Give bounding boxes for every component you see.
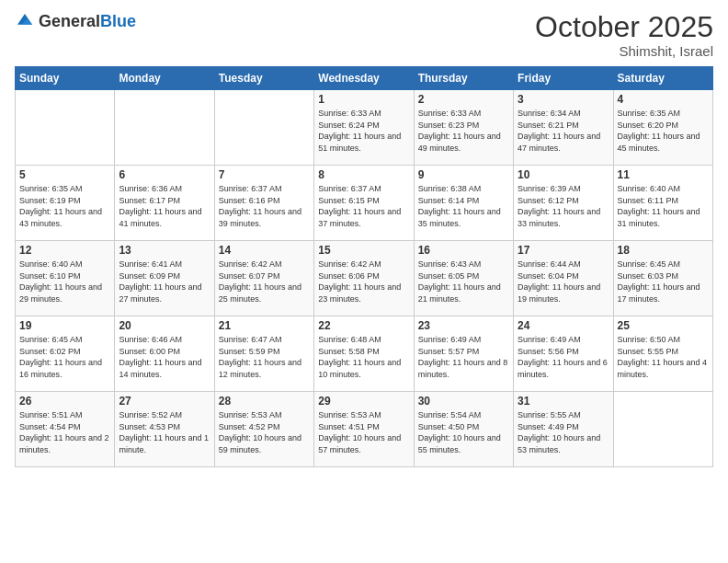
calendar-cell: 27Sunrise: 5:52 AM Sunset: 4:53 PM Dayli… (115, 392, 214, 467)
day-number: 22 (318, 319, 409, 332)
calendar-cell: 13Sunrise: 6:41 AM Sunset: 6:09 PM Dayli… (115, 241, 214, 316)
calendar-cell: 26Sunrise: 5:51 AM Sunset: 4:54 PM Dayli… (16, 392, 115, 467)
day-info: Sunrise: 6:43 AM Sunset: 6:05 PM Dayligh… (418, 259, 509, 304)
day-info: Sunrise: 6:37 AM Sunset: 6:15 PM Dayligh… (318, 183, 409, 229)
day-info: Sunrise: 6:45 AM Sunset: 6:03 PM Dayligh… (618, 259, 709, 304)
day-number: 24 (518, 319, 609, 332)
day-info: Sunrise: 6:47 AM Sunset: 5:59 PM Dayligh… (219, 334, 310, 380)
weekday-header-sunday: Sunday (16, 67, 115, 90)
day-info: Sunrise: 6:44 AM Sunset: 6:04 PM Dayligh… (518, 259, 609, 304)
weekday-header-tuesday: Tuesday (214, 67, 313, 90)
calendar-cell (115, 90, 214, 166)
day-number: 19 (19, 319, 110, 332)
calendar-cell: 28Sunrise: 5:53 AM Sunset: 4:52 PM Dayli… (214, 392, 313, 467)
weekday-header-monday: Monday (115, 67, 214, 90)
day-number: 30 (418, 395, 509, 408)
logo-icon (15, 11, 35, 31)
day-number: 26 (19, 395, 110, 408)
day-info: Sunrise: 5:51 AM Sunset: 4:54 PM Dayligh… (19, 409, 110, 455)
calendar-cell: 11Sunrise: 6:40 AM Sunset: 6:11 PM Dayli… (613, 166, 712, 241)
weekday-header-thursday: Thursday (414, 67, 513, 90)
day-number: 4 (618, 93, 709, 106)
day-number: 8 (318, 168, 409, 181)
calendar-cell: 14Sunrise: 6:42 AM Sunset: 6:07 PM Dayli… (214, 241, 313, 316)
day-info: Sunrise: 5:53 AM Sunset: 4:51 PM Dayligh… (318, 409, 409, 455)
calendar-cell: 3Sunrise: 6:34 AM Sunset: 6:21 PM Daylig… (514, 90, 613, 166)
day-number: 20 (119, 319, 210, 332)
week-row-2: 12Sunrise: 6:40 AM Sunset: 6:10 PM Dayli… (16, 241, 713, 316)
day-number: 2 (418, 93, 509, 106)
day-number: 9 (418, 168, 509, 181)
logo-text-general: General (39, 13, 100, 29)
page: General Blue October 2025 Shimshit, Isra… (0, 0, 728, 563)
day-info: Sunrise: 6:42 AM Sunset: 6:06 PM Dayligh… (318, 259, 409, 304)
day-info: Sunrise: 6:33 AM Sunset: 6:23 PM Dayligh… (418, 108, 509, 154)
day-number: 27 (119, 395, 210, 408)
day-info: Sunrise: 5:55 AM Sunset: 4:49 PM Dayligh… (518, 409, 609, 455)
calendar-cell: 21Sunrise: 6:47 AM Sunset: 5:59 PM Dayli… (214, 316, 313, 392)
week-row-0: 1Sunrise: 6:33 AM Sunset: 6:24 PM Daylig… (16, 90, 713, 166)
calendar-cell: 5Sunrise: 6:35 AM Sunset: 6:19 PM Daylig… (16, 166, 115, 241)
calendar-cell: 22Sunrise: 6:48 AM Sunset: 5:58 PM Dayli… (314, 316, 414, 392)
day-number: 1 (318, 93, 409, 106)
calendar-cell: 30Sunrise: 5:54 AM Sunset: 4:50 PM Dayli… (414, 392, 513, 467)
day-number: 13 (119, 244, 210, 257)
calendar-cell: 18Sunrise: 6:45 AM Sunset: 6:03 PM Dayli… (613, 241, 712, 316)
day-info: Sunrise: 6:39 AM Sunset: 6:12 PM Dayligh… (518, 183, 609, 229)
weekday-header-saturday: Saturday (613, 67, 712, 90)
logo-text-blue: Blue (100, 13, 136, 29)
day-info: Sunrise: 6:41 AM Sunset: 6:09 PM Dayligh… (119, 259, 210, 304)
day-number: 29 (318, 395, 409, 408)
calendar-cell: 4Sunrise: 6:35 AM Sunset: 6:20 PM Daylig… (613, 90, 712, 166)
day-number: 25 (618, 319, 709, 332)
day-info: Sunrise: 5:54 AM Sunset: 4:50 PM Dayligh… (418, 409, 509, 455)
calendar-cell (613, 392, 712, 467)
day-number: 6 (119, 168, 210, 181)
title-block: October 2025 Shimshit, Israel (535, 11, 713, 59)
day-number: 12 (19, 244, 110, 257)
calendar-cell (16, 90, 115, 166)
calendar-cell: 19Sunrise: 6:45 AM Sunset: 6:02 PM Dayli… (16, 316, 115, 392)
day-number: 11 (618, 168, 709, 181)
calendar-cell: 23Sunrise: 6:49 AM Sunset: 5:57 PM Dayli… (414, 316, 513, 392)
day-info: Sunrise: 6:46 AM Sunset: 6:00 PM Dayligh… (119, 334, 210, 380)
day-info: Sunrise: 5:53 AM Sunset: 4:52 PM Dayligh… (219, 409, 310, 455)
calendar-cell: 20Sunrise: 6:46 AM Sunset: 6:00 PM Dayli… (115, 316, 214, 392)
day-number: 31 (518, 395, 609, 408)
day-number: 14 (219, 244, 310, 257)
calendar-cell: 10Sunrise: 6:39 AM Sunset: 6:12 PM Dayli… (514, 166, 613, 241)
day-info: Sunrise: 6:38 AM Sunset: 6:14 PM Dayligh… (418, 183, 509, 229)
calendar-cell: 15Sunrise: 6:42 AM Sunset: 6:06 PM Dayli… (314, 241, 414, 316)
day-info: Sunrise: 6:35 AM Sunset: 6:20 PM Dayligh… (618, 108, 709, 154)
calendar-cell: 7Sunrise: 6:37 AM Sunset: 6:16 PM Daylig… (214, 166, 313, 241)
day-info: Sunrise: 6:37 AM Sunset: 6:16 PM Dayligh… (219, 183, 310, 229)
day-number: 10 (518, 168, 609, 181)
week-row-1: 5Sunrise: 6:35 AM Sunset: 6:19 PM Daylig… (16, 166, 713, 241)
calendar-cell: 16Sunrise: 6:43 AM Sunset: 6:05 PM Dayli… (414, 241, 513, 316)
month-title: October 2025 (535, 11, 713, 43)
day-number: 15 (318, 244, 409, 257)
day-info: Sunrise: 6:35 AM Sunset: 6:19 PM Dayligh… (19, 183, 110, 229)
header: General Blue October 2025 Shimshit, Isra… (15, 11, 713, 59)
weekday-header-wednesday: Wednesday (314, 67, 414, 90)
day-info: Sunrise: 6:42 AM Sunset: 6:07 PM Dayligh… (219, 259, 310, 304)
calendar-cell: 25Sunrise: 6:50 AM Sunset: 5:55 PM Dayli… (613, 316, 712, 392)
logo: General Blue (15, 11, 136, 31)
day-number: 17 (518, 244, 609, 257)
day-number: 16 (418, 244, 509, 257)
location-title: Shimshit, Israel (535, 43, 713, 59)
day-number: 28 (219, 395, 310, 408)
calendar-cell: 12Sunrise: 6:40 AM Sunset: 6:10 PM Dayli… (16, 241, 115, 316)
day-info: Sunrise: 6:45 AM Sunset: 6:02 PM Dayligh… (19, 334, 110, 380)
day-info: Sunrise: 6:33 AM Sunset: 6:24 PM Dayligh… (318, 108, 409, 154)
day-info: Sunrise: 6:34 AM Sunset: 6:21 PM Dayligh… (518, 108, 609, 154)
calendar-cell (214, 90, 313, 166)
day-number: 5 (19, 168, 110, 181)
calendar-table: SundayMondayTuesdayWednesdayThursdayFrid… (15, 66, 713, 467)
day-number: 3 (518, 93, 609, 106)
day-number: 23 (418, 319, 509, 332)
calendar-cell: 9Sunrise: 6:38 AM Sunset: 6:14 PM Daylig… (414, 166, 513, 241)
day-info: Sunrise: 6:48 AM Sunset: 5:58 PM Dayligh… (318, 334, 409, 380)
day-number: 21 (219, 319, 310, 332)
calendar-cell: 6Sunrise: 6:36 AM Sunset: 6:17 PM Daylig… (115, 166, 214, 241)
